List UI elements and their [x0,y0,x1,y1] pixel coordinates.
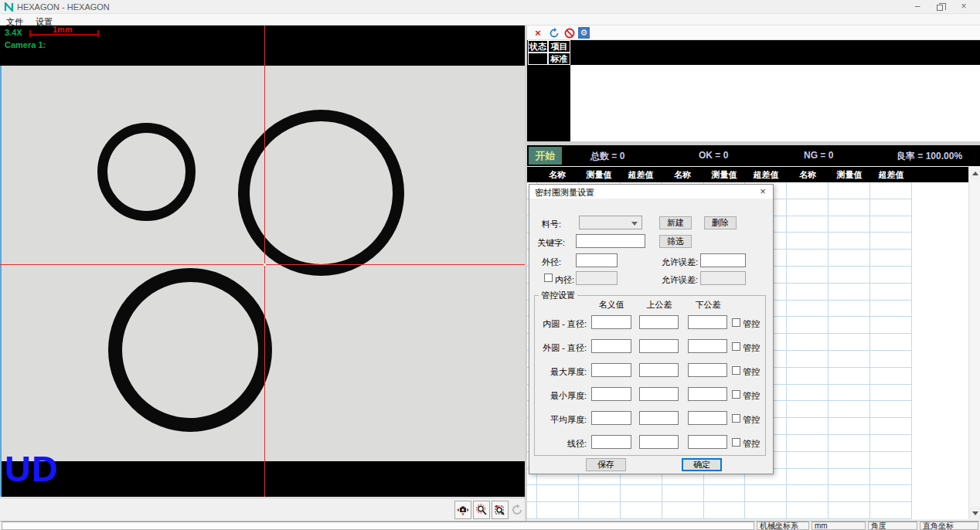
scroll-up-arrow[interactable] [969,167,980,179]
control-row-1-input-3[interactable] [688,315,727,329]
status-bar: 机械坐标系mm角度直角坐标 [0,521,980,530]
control-row-4-input-3[interactable] [688,387,727,401]
refresh-view-icon [511,504,523,516]
control-row-5-checkbox[interactable] [732,414,740,423]
refresh-view-button[interactable] [509,501,526,519]
control-row-4-checkbox[interactable] [732,390,740,399]
run-status-bar: 开始 总数 = 0 OK = 0 NG = 0 良率 = 100.00% [527,145,980,166]
zoom-circle-button[interactable] [473,501,490,519]
restore-button[interactable] [929,1,952,13]
control-row-6-input-3[interactable] [688,435,727,449]
control-row-2-input-3[interactable] [688,339,727,353]
control-row-3-input-1[interactable] [591,363,631,377]
control-row-1-checkbox-label: 管控 [743,318,760,330]
control-row-3-checkbox[interactable] [732,366,740,375]
title-bar: HEXAGON - HEXAGON – × [0,0,980,14]
inner-tolerance-input[interactable] [700,271,746,285]
total-count: 总数 = 0 [590,150,624,163]
delete-item-icon[interactable]: × [532,27,544,39]
control-settings-title: 管控设置 [539,290,577,301]
control-row-label-1: 内圆 - 直径: [536,318,587,330]
status-cell-coordinate-system: 机械坐标系 [757,522,809,530]
control-row-6-input-2[interactable] [639,435,679,449]
inner-diameter-checkbox[interactable] [544,273,553,282]
scale-label: 1mm [53,25,73,34]
control-row-label-5: 平均厚度: [536,414,587,426]
camera-viewport[interactable]: 3.4X 1mm Camera 1: UD [0,25,525,497]
window-title: HEXAGON - HEXAGON [17,2,110,12]
orientation-watermark: UD [5,450,59,487]
inner-diameter-input[interactable] [576,271,618,285]
yield-rate: 良率 = 100.00% [897,150,962,163]
dialog-title: 密封圈测量设置 [535,187,594,199]
status-cell-units: mm [812,522,866,530]
standard-table-left-column [527,65,570,141]
filter-button[interactable]: 筛选 [659,235,692,248]
control-row-6-input-1[interactable] [591,435,631,449]
control-row-3-input-3[interactable] [688,363,727,377]
control-row-2-input-2[interactable] [639,339,679,353]
part-number-combobox[interactable] [579,216,642,229]
control-row-1-input-2[interactable] [639,315,679,329]
control-row-4-input-1[interactable] [591,387,631,401]
center-view-button[interactable] [454,501,471,519]
control-row-5-input-3[interactable] [688,411,727,425]
outer-tolerance-input[interactable] [700,253,746,267]
keyword-input[interactable] [576,234,645,248]
zoom-region-button[interactable] [492,501,509,519]
control-row-3-input-2[interactable] [639,363,679,377]
close-button[interactable]: × [952,1,975,13]
ok-button[interactable]: 确定 [682,458,722,471]
save-button[interactable]: 保存 [586,458,626,471]
control-row-5-input-1[interactable] [591,411,631,425]
control-row-label-3: 最大厚度: [536,366,587,378]
control-row-6-checkbox[interactable] [732,438,740,447]
ring-2 [238,110,404,276]
results-scrollbar[interactable] [968,167,980,519]
magnification-label: 3.4X [5,28,22,37]
control-row-label-2: 外圆 - 直径: [536,342,587,354]
control-row-1-checkbox[interactable] [732,318,740,327]
dialog-close-button[interactable]: × [757,185,768,197]
grid-line-vertical [828,182,829,519]
new-button[interactable]: 新建 [659,216,692,229]
zoom-region-icon [494,504,506,516]
standard-table-body [570,65,980,141]
control-row-5-input-2[interactable] [639,411,679,425]
settings-gear-icon[interactable]: ⚙ [578,27,590,39]
outer-tolerance-label: 允许误差: [662,257,698,268]
minimize-button[interactable]: – [906,1,929,13]
scroll-down-arrow[interactable] [969,507,980,519]
control-row-4-input-2[interactable] [639,387,679,401]
zoom-circle-icon [475,504,488,516]
scale-bar: 1mm [29,26,99,37]
results-column-header-8: 测量值 [829,167,870,182]
results-header-spacer [527,167,536,182]
control-row-6-checkbox-label: 管控 [743,438,760,450]
control-row-2-checkbox[interactable] [732,342,740,351]
camera-name-label: Camera 1: [5,40,46,49]
inner-diameter-label: 内径: [555,274,574,286]
restore-icon [937,5,943,11]
col-header-status: 状态 [528,40,548,53]
row-header-standard: 标准值 [548,53,570,65]
ok-count: OK = 0 [699,150,728,161]
control-row-2-input-1[interactable] [591,339,631,353]
disable-icon[interactable] [563,27,576,39]
delete-button[interactable]: 删除 [704,216,737,229]
main-window: HEXAGON - HEXAGON – × 文件设置 3.4X 1mm Came… [0,0,980,530]
grid-line-vertical [911,182,912,519]
results-column-header-2: 测量值 [578,167,620,182]
app-logo-icon [4,2,15,12]
panel-edge-highlight [0,66,2,497]
control-row-1-input-1[interactable] [591,315,631,329]
refresh-icon[interactable] [548,27,560,39]
results-header-filler [912,167,968,182]
ng-count: NG = 0 [804,150,833,161]
nominal-column-header: 名义值 [591,299,631,311]
outer-diameter-input[interactable] [576,253,618,267]
start-button[interactable]: 开始 [529,147,562,165]
dialog-title-bar[interactable]: 密封圈测量设置 × [529,185,773,199]
crosshair-horizontal-line [0,264,525,265]
crosshair-vertical-line [264,25,265,497]
